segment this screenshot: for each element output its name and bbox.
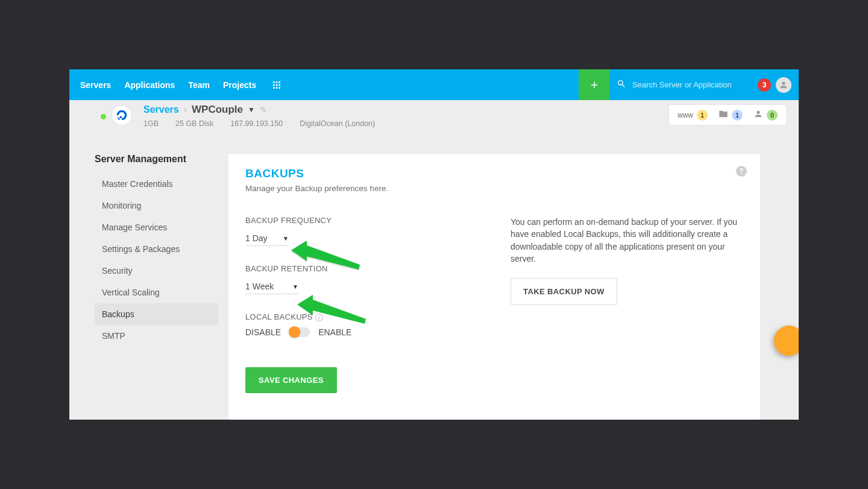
sidebar: Server Management Master CredentialsMoni… xyxy=(95,154,218,347)
backup-frequency-select[interactable]: 1 Day ▼ xyxy=(245,231,289,246)
notification-badge[interactable]: 3 xyxy=(758,78,771,92)
nav-team[interactable]: Team xyxy=(188,80,210,90)
backup-now-text: You can perform an on-demand backup of y… xyxy=(511,216,743,265)
info-icon[interactable]: i xyxy=(315,314,323,321)
svg-rect-4 xyxy=(276,84,278,86)
sidebar-title: Server Management xyxy=(95,154,218,165)
app-window: Servers Applications Team Projects 3 xyxy=(69,69,799,420)
local-backups-toggle[interactable] xyxy=(289,327,310,337)
edit-icon[interactable]: ✎ xyxy=(260,105,267,115)
breadcrumb-root[interactable]: Servers xyxy=(143,104,179,115)
server-header: Servers › WPCouple ▼ ✎ 1GB 25 GB Disk 16… xyxy=(69,100,799,139)
disable-label: DISABLE xyxy=(245,327,281,337)
stat-strip: www 1 1 0 xyxy=(668,104,787,125)
breadcrumb: Servers › WPCouple ▼ ✎ xyxy=(143,104,267,116)
user-icon xyxy=(753,109,763,121)
nav-servers[interactable]: Servers xyxy=(80,80,111,90)
backup-retention-value: 1 Week xyxy=(245,282,274,291)
help-icon[interactable]: ? xyxy=(736,166,747,177)
backup-now-section: You can perform an on-demand backup of y… xyxy=(505,216,743,393)
add-button[interactable] xyxy=(579,69,609,100)
server-ram: 1GB xyxy=(143,119,159,128)
server-select-caret-icon[interactable]: ▼ xyxy=(248,106,255,114)
backup-settings: BACKUP FREQUENCY 1 Day ▼ BACKUP RETENTIO… xyxy=(245,216,468,393)
svg-rect-5 xyxy=(279,84,281,86)
backup-frequency-label: BACKUP FREQUENCY xyxy=(245,216,468,225)
stat-www-count: 1 xyxy=(697,110,708,121)
svg-rect-8 xyxy=(279,87,281,89)
server-name[interactable]: WPCouple xyxy=(192,104,243,116)
stat-apps-count: 1 xyxy=(732,110,743,121)
server-disk: 25 GB Disk xyxy=(175,119,213,128)
svg-rect-3 xyxy=(273,84,275,86)
sidebar-item-monitoring[interactable]: Monitoring xyxy=(95,195,218,216)
breadcrumb-sep: › xyxy=(184,104,187,115)
search-input[interactable] xyxy=(632,80,749,89)
server-subinfo: 1GB 25 GB Disk 167.99.193.150 DigitalOce… xyxy=(143,119,375,128)
server-ip: 167.99.193.150 xyxy=(230,119,283,128)
search-icon xyxy=(617,79,626,90)
svg-rect-10 xyxy=(118,118,120,120)
sidebar-item-manage-services[interactable]: Manage Services xyxy=(95,216,218,238)
backup-frequency-value: 1 Day xyxy=(245,233,268,243)
svg-rect-11 xyxy=(118,117,119,118)
panel-title: BACKUPS xyxy=(245,167,743,180)
search-box xyxy=(609,69,756,100)
sidebar-item-master-credentials[interactable]: Master Credentials xyxy=(95,173,218,195)
server-provider: DigitalOcean (London) xyxy=(300,119,375,128)
enable-label: ENABLE xyxy=(318,327,351,337)
caret-down-icon: ▼ xyxy=(292,283,298,290)
sidebar-item-vertical-scaling[interactable]: Vertical Scaling xyxy=(95,282,218,303)
stat-apps[interactable]: 1 xyxy=(719,109,743,121)
nav-applications[interactable]: Applications xyxy=(124,80,175,90)
nav-projects[interactable]: Projects xyxy=(223,80,256,90)
svg-rect-9 xyxy=(120,116,122,118)
stat-www[interactable]: www 1 xyxy=(678,110,708,121)
top-nav: Servers Applications Team Projects 3 xyxy=(69,69,799,100)
backup-retention-select[interactable]: 1 Week ▼ xyxy=(245,279,298,294)
local-backups-label: LOCAL BACKUPSi xyxy=(245,312,468,321)
user-avatar[interactable] xyxy=(776,77,791,93)
www-label: www xyxy=(678,111,693,119)
sidebar-item-backups[interactable]: Backups xyxy=(95,303,218,325)
caret-down-icon: ▼ xyxy=(283,235,289,242)
apps-grid-icon[interactable] xyxy=(272,80,281,90)
chat-bubble-icon[interactable] xyxy=(774,326,799,356)
main-panel: ? BACKUPS Manage your Backup preferences… xyxy=(228,154,760,420)
save-changes-button[interactable]: SAVE CHANGES xyxy=(245,367,337,393)
stat-users-count: 0 xyxy=(767,110,778,121)
sidebar-item-smtp[interactable]: SMTP xyxy=(95,325,218,347)
take-backup-now-button[interactable]: TAKE BACKUP NOW xyxy=(511,278,617,305)
panel-subtitle: Manage your Backup preferences here. xyxy=(245,184,743,193)
backup-retention-label: BACKUP RETENTION xyxy=(245,264,468,273)
folder-icon xyxy=(719,109,728,121)
sidebar-list: Master CredentialsMonitoringManage Servi… xyxy=(95,173,218,347)
svg-rect-6 xyxy=(273,87,275,89)
sidebar-item-security[interactable]: Security xyxy=(95,260,218,282)
status-dot-icon xyxy=(101,114,106,119)
top-nav-menu: Servers Applications Team Projects xyxy=(80,80,281,90)
svg-rect-1 xyxy=(276,81,278,83)
provider-logo-icon xyxy=(112,106,131,125)
svg-rect-7 xyxy=(276,87,278,89)
svg-rect-2 xyxy=(279,81,281,83)
svg-rect-0 xyxy=(273,81,275,83)
stat-users[interactable]: 0 xyxy=(753,109,778,121)
sidebar-item-settings-packages[interactable]: Settings & Packages xyxy=(95,238,218,260)
